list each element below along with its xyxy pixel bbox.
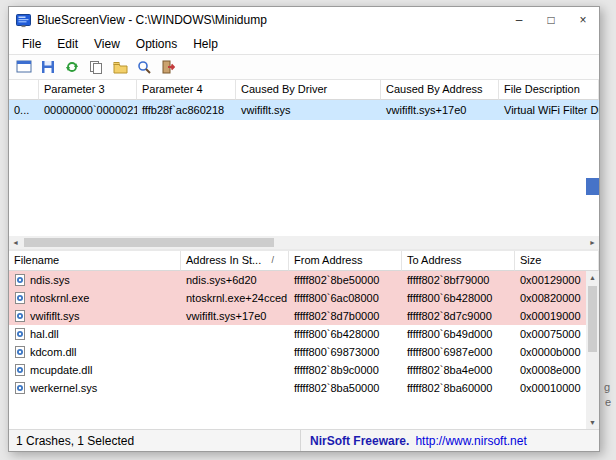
cell-from-address: fffff802`8ba50000 [289, 382, 402, 394]
table-row[interactable]: ntoskrnl.exe ntoskrnl.exe+24cced fffff80… [9, 289, 599, 307]
column-header-parameter4[interactable]: Parameter 4 [137, 80, 236, 100]
column-header-filename[interactable]: Filename [9, 251, 181, 271]
menu-edit[interactable]: Edit [49, 35, 86, 53]
table-row[interactable]: vwififlt.sys vwififlt.sys+17e0 fffff802`… [9, 307, 599, 325]
filename-label: ndis.sys [30, 274, 70, 286]
search-icon [137, 60, 151, 74]
cell-parameter4: fffb28f`ac860218 [137, 104, 236, 116]
copy-button[interactable] [85, 57, 107, 78]
cell-filename: hal.dll [9, 328, 181, 340]
filename-label: mcupdate.dll [30, 364, 92, 376]
close-button[interactable]: × [567, 7, 599, 33]
exit-button[interactable] [157, 57, 179, 78]
cell-parameter3: 00000000`00000218 [39, 104, 137, 116]
cell-from-address: fffff802`8be50000 [289, 274, 402, 286]
cell-from-address: fffff800`69873000 [289, 346, 402, 358]
background-fragment: g [604, 381, 610, 393]
filename-label: werkernel.sys [30, 382, 97, 394]
cell-from-address: fffff800`6ac08000 [289, 292, 402, 304]
menu-file[interactable]: File [14, 35, 49, 53]
background-fragment: e [605, 396, 611, 408]
cell-caused-by-address: vwififlt.sys+17e0 [381, 104, 499, 116]
driver-file-icon [14, 310, 26, 322]
cell-partial: 0... [9, 104, 39, 116]
menu-view[interactable]: View [86, 35, 128, 53]
driver-file-icon [14, 292, 26, 304]
refresh-button[interactable] [61, 57, 83, 78]
column-header-parameter3[interactable]: Parameter 3 [39, 80, 137, 100]
table-row[interactable]: kdcom.dll fffff800`69873000 fffff800`698… [9, 343, 599, 361]
toolbar [9, 54, 599, 80]
cell-from-address: fffff802`8b9c0000 [289, 364, 402, 376]
cell-from-address: fffff802`8d7b0000 [289, 310, 402, 322]
refresh-icon [65, 60, 79, 74]
freeware-label: NirSoft Freeware. [310, 434, 409, 448]
crash-list-pane: Parameter 3 Parameter 4 Caused By Driver… [9, 80, 599, 251]
cell-file-description: Virtual WiFi Filter Dr [499, 104, 599, 116]
status-bar: 1 Crashes, 1 Selected NirSoft Freeware. … [9, 429, 599, 451]
driver-file-icon [14, 346, 26, 358]
minimize-button[interactable]: – [503, 7, 535, 33]
cell-to-address: fffff800`6b49d000 [402, 328, 515, 340]
sort-indicator-icon: / [271, 251, 274, 270]
exit-icon [161, 60, 175, 74]
driver-list-pane: Filename Address In St... / From Address… [9, 251, 599, 429]
column-header-to-address[interactable]: To Address [402, 251, 515, 271]
cell-address-in-stack: vwififlt.sys+17e0 [181, 310, 289, 322]
status-nirsoft: NirSoft Freeware. http://www.nirsoft.net [301, 430, 599, 451]
horizontal-scroll-thumb[interactable] [24, 238, 274, 247]
column-header-size[interactable]: Size [515, 251, 599, 271]
column-header-caused-by-address[interactable]: Caused By Address [381, 80, 499, 100]
vertical-scrollbar[interactable]: ▲ ▼ [586, 271, 599, 429]
filename-label: kdcom.dll [30, 346, 76, 358]
column-header-caused-by-driver[interactable]: Caused By Driver [236, 80, 381, 100]
maximize-button[interactable]: □ [535, 7, 567, 33]
scroll-down-icon[interactable]: ▼ [586, 416, 599, 429]
menu-bar: File Edit View Options Help [9, 33, 599, 54]
scroll-left-icon[interactable]: ◄ [9, 236, 22, 249]
driver-file-icon [14, 328, 26, 340]
table-row[interactable]: mcupdate.dll fffff802`8b9c0000 fffff802`… [9, 361, 599, 379]
properties-button[interactable] [109, 57, 131, 78]
cell-filename: ndis.sys [9, 274, 181, 286]
nirsoft-link[interactable]: http://www.nirsoft.net [415, 434, 526, 448]
cell-filename: vwififlt.sys [9, 310, 181, 322]
advanced-options-button[interactable] [13, 57, 35, 78]
horizontal-scrollbar[interactable]: ◄ ► [9, 236, 599, 249]
copy-icon [89, 60, 103, 74]
upper-vertical-scroll-button[interactable] [586, 178, 599, 195]
app-icon [16, 13, 31, 28]
title-bar[interactable]: BlueScreenView - C:\WINDOWS\Minidump – □… [9, 7, 599, 33]
cell-address-in-stack: ntoskrnl.exe+24cced [181, 292, 289, 304]
cell-filename: kdcom.dll [9, 346, 181, 358]
cell-to-address: fffff802`8ba4e000 [402, 364, 515, 376]
cell-from-address: fffff800`6b428000 [289, 328, 402, 340]
window-title: BlueScreenView - C:\WINDOWS\Minidump [37, 13, 503, 27]
cell-to-address: fffff800`6987e000 [402, 346, 515, 358]
window-icon [16, 60, 32, 74]
column-header-file-description[interactable]: File Description [499, 80, 599, 100]
filename-label: hal.dll [30, 328, 59, 340]
vertical-scroll-thumb[interactable] [588, 286, 597, 352]
column-header-address-in-stack[interactable]: Address In St... / [181, 251, 289, 271]
menu-help[interactable]: Help [185, 35, 226, 53]
scroll-right-icon[interactable]: ► [586, 236, 599, 249]
scroll-up-icon[interactable]: ▲ [586, 271, 599, 284]
table-row[interactable]: ndis.sys ndis.sys+6d20 fffff802`8be50000… [9, 271, 599, 289]
cell-filename: ntoskrnl.exe [9, 292, 181, 304]
cell-address-in-stack: ndis.sys+6d20 [181, 274, 289, 286]
column-header-partial[interactable] [9, 80, 39, 100]
filename-label: ntoskrnl.exe [30, 292, 89, 304]
table-row[interactable]: werkernel.sys fffff802`8ba50000 fffff802… [9, 379, 599, 397]
properties-folder-icon [113, 61, 128, 74]
save-button[interactable] [37, 57, 59, 78]
driver-list-header: Filename Address In St... / From Address… [9, 251, 599, 271]
cell-caused-by-driver: vwififlt.sys [236, 104, 381, 116]
status-summary: 1 Crashes, 1 Selected [9, 430, 301, 451]
column-header-from-address[interactable]: From Address [289, 251, 402, 271]
crash-row-selected[interactable]: 0... 00000000`00000218 fffb28f`ac860218 … [9, 100, 599, 120]
find-button[interactable] [133, 57, 155, 78]
menu-options[interactable]: Options [128, 35, 185, 53]
table-row[interactable]: hal.dll fffff800`6b428000 fffff800`6b49d… [9, 325, 599, 343]
save-icon [41, 60, 55, 74]
